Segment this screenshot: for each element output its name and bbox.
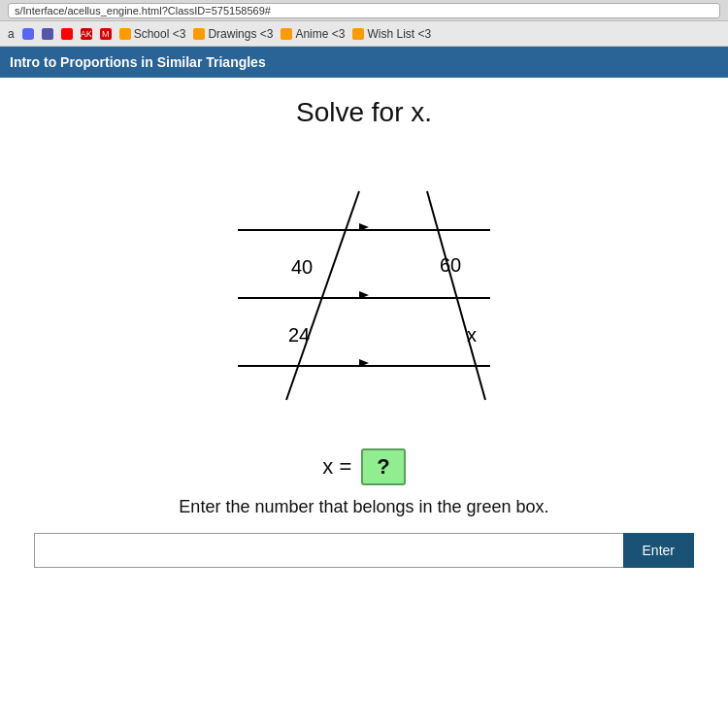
svg-text:x: x (467, 324, 477, 346)
main-content: Solve for x. 40 6 (0, 78, 728, 728)
page-header: Intro to Proportions in Similar Triangle… (0, 47, 728, 78)
youtube-icon (61, 28, 73, 40)
ak-icon: AK (81, 28, 92, 40)
page-title: Intro to Proportions in Similar Triangle… (10, 54, 266, 70)
bookmarks-bar: a AK M School <3 Drawings <3 Anime <3 Wi… (0, 21, 728, 47)
svg-text:24: 24 (288, 324, 310, 346)
answer-prefix: x = (322, 454, 351, 480)
enter-button[interactable]: Enter (623, 533, 694, 568)
bookmark-arrow[interactable] (42, 28, 53, 40)
bookmark-discord[interactable] (22, 28, 34, 40)
drawings-label: Drawings <3 (208, 27, 273, 41)
bookmark-youtube[interactable] (61, 28, 73, 40)
bookmark-icon-2 (42, 28, 53, 40)
bookmark-a[interactable]: a (8, 27, 15, 41)
school-label: School <3 (134, 27, 186, 41)
address-bar: s/Interface/acellus_engine.html?ClassID=… (0, 0, 728, 21)
bookmark-school[interactable]: School <3 (119, 27, 186, 41)
anime-label: Anime <3 (295, 27, 345, 41)
wishlist-icon (352, 28, 364, 40)
answer-row: x = ? (322, 448, 405, 485)
answer-green-box: ? (361, 448, 405, 485)
bookmark-drawings[interactable]: Drawings <3 (193, 27, 273, 41)
solve-title: Solve for x. (296, 97, 432, 128)
instruction-text: Enter the number that belongs in the gre… (179, 497, 548, 517)
svg-text:40: 40 (291, 256, 313, 278)
drawings-icon (193, 28, 205, 40)
bookmark-anime[interactable]: Anime <3 (281, 27, 345, 41)
school-icon (119, 28, 131, 40)
input-row: Enter (34, 533, 694, 568)
bookmark-ak[interactable]: AK (81, 28, 92, 40)
url-text[interactable]: s/Interface/acellus_engine.html?ClassID=… (8, 3, 720, 18)
m-icon: M (100, 28, 112, 40)
bookmark-m[interactable]: M (100, 28, 112, 40)
wishlist-label: Wish List <3 (367, 27, 431, 41)
bookmark-wishlist[interactable]: Wish List <3 (352, 27, 431, 41)
svg-text:60: 60 (440, 254, 461, 276)
anime-icon (281, 28, 292, 40)
svg-line-3 (286, 191, 359, 400)
answer-input[interactable] (34, 533, 623, 568)
svg-line-4 (427, 191, 485, 400)
diagram: 40 60 24 x (180, 148, 548, 419)
discord-icon (22, 28, 34, 40)
bookmark-a-label: a (8, 27, 15, 41)
